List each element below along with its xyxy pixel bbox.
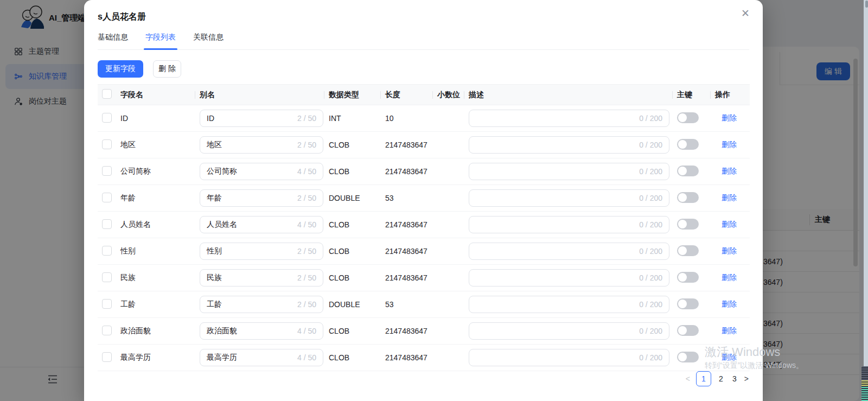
delete-row-link[interactable]: 删除 [722,353,737,361]
row-checkbox[interactable] [102,326,112,335]
row-checkbox[interactable] [102,352,112,362]
level-meter-gray-band [861,366,868,380]
row-checkbox[interactable] [102,139,112,149]
primary-key-toggle[interactable] [677,352,699,362]
description-input[interactable]: 0 / 200 [469,349,669,366]
delete-row-link[interactable]: 删除 [722,300,737,308]
description-counter: 0 / 200 [639,167,662,176]
alias-value: 公司简称 [207,167,237,176]
tab-related-info[interactable]: 关联信息 [193,33,224,49]
delete-row-link[interactable]: 删除 [722,193,737,202]
tab-field-list[interactable]: 字段列表 [145,33,176,49]
pagination-next-icon[interactable]: > [744,374,749,383]
tab-basic-info[interactable]: 基础信息 [98,33,128,49]
field-length: 2147483647 [381,353,433,362]
description-counter: 0 / 200 [639,247,662,256]
alias-counter: 2 / 50 [297,273,316,282]
alias-input[interactable]: 政治面貌4 / 50 [200,322,323,340]
alias-counter: 4 / 50 [297,220,316,229]
description-input[interactable]: 0 / 200 [469,163,669,180]
primary-key-toggle[interactable] [677,245,699,256]
data-type: CLOB [324,167,381,176]
row-checkbox[interactable] [102,193,112,202]
delete-row-link[interactable]: 删除 [722,220,737,228]
description-input[interactable]: 0 / 200 [469,216,669,233]
alias-input[interactable]: ID2 / 50 [200,110,323,127]
delete-row-link[interactable]: 删除 [722,326,737,335]
primary-key-toggle[interactable] [677,272,699,283]
field-name: 公司简称 [116,167,195,176]
screen: AI_管理端 主题管理知识库管理岗位对主题 编 辑 主键 3647)3647)3… [0,0,868,401]
alias-input[interactable]: 人员姓名4 / 50 [200,216,323,233]
primary-key-toggle[interactable] [677,192,699,203]
field-row: 政治面貌政治面貌4 / 50CLOB21474836470 / 200删除 [98,318,750,345]
alias-counter: 2 / 50 [297,114,316,123]
description-input[interactable]: 0 / 200 [469,269,669,287]
data-type: CLOB [324,220,381,229]
pagination-page-3[interactable]: 3 [731,374,738,383]
pagination-prev-icon[interactable]: < [686,374,690,383]
field-name: 性别 [116,246,195,256]
row-checkbox[interactable] [102,166,112,176]
data-type: CLOB [324,353,381,362]
row-checkbox[interactable] [102,246,112,256]
row-checkbox[interactable] [102,272,112,282]
level-meter-yellow-band [861,380,868,387]
field-name: 年龄 [116,193,195,203]
row-checkbox[interactable] [102,113,112,123]
delete-row-link[interactable]: 删除 [722,273,737,282]
alias-input[interactable]: 性别2 / 50 [200,243,323,260]
pagination-page-1[interactable]: 1 [696,371,711,386]
alias-input[interactable]: 公司简称4 / 50 [200,163,323,180]
data-type: CLOB [324,141,381,149]
strip-scrollbar[interactable] [865,1,868,8]
data-type: CLOB [324,327,381,335]
field-name: 人员姓名 [116,220,195,230]
description-input[interactable]: 0 / 200 [469,322,669,340]
modal-toolbar: 更新字段 删 除 [98,60,181,78]
alias-value: ID [207,114,214,123]
primary-key-toggle[interactable] [677,139,699,150]
row-checkbox[interactable] [102,219,112,229]
primary-key-toggle[interactable] [677,112,699,123]
pagination-page-2[interactable]: 2 [717,374,725,383]
description-input[interactable]: 0 / 200 [469,110,669,127]
field-length: 53 [381,300,433,309]
data-type: DOUBLE [324,194,381,202]
alias-input[interactable]: 最高学历4 / 50 [200,349,323,366]
field-row: 最高学历最高学历4 / 50CLOB21474836470 / 200删除 [98,345,750,371]
primary-key-toggle[interactable] [677,166,699,176]
data-type: CLOB [324,273,381,282]
primary-key-toggle[interactable] [677,298,699,309]
description-counter: 0 / 200 [639,327,662,335]
close-icon[interactable]: ✕ [738,8,753,19]
alias-input[interactable]: 民族2 / 50 [200,269,323,287]
alias-input[interactable]: 年龄2 / 50 [200,189,323,207]
primary-key-toggle[interactable] [677,219,699,230]
update-fields-button[interactable]: 更新字段 [98,60,143,78]
description-input[interactable]: 0 / 200 [469,136,669,154]
select-all-checkbox[interactable] [102,89,112,99]
delete-row-link[interactable]: 删除 [722,140,737,149]
alias-value: 最高学历 [207,353,237,362]
description-input[interactable]: 0 / 200 [469,296,669,313]
field-name: 工龄 [116,300,195,309]
field-length: 2147483647 [381,141,433,149]
description-counter: 0 / 200 [639,273,662,282]
delete-selected-button[interactable]: 删 除 [153,60,181,78]
row-checkbox[interactable] [102,299,112,309]
alias-value: 工龄 [207,300,222,309]
delete-row-link[interactable]: 删除 [722,246,737,255]
description-input[interactable]: 0 / 200 [469,189,669,207]
delete-row-link[interactable]: 删除 [722,167,737,175]
primary-key-toggle[interactable] [677,325,699,336]
col-header-primary-key: 主键 [673,90,711,100]
alias-input[interactable]: 工龄2 / 50 [200,296,323,313]
field-length: 2147483647 [381,247,433,256]
delete-row-link[interactable]: 删除 [722,113,737,122]
description-input[interactable]: 0 / 200 [469,243,669,260]
description-counter: 0 / 200 [639,353,662,362]
alias-input[interactable]: 地区2 / 50 [200,136,323,154]
description-counter: 0 / 200 [639,220,662,229]
alias-value: 年龄 [207,193,222,203]
